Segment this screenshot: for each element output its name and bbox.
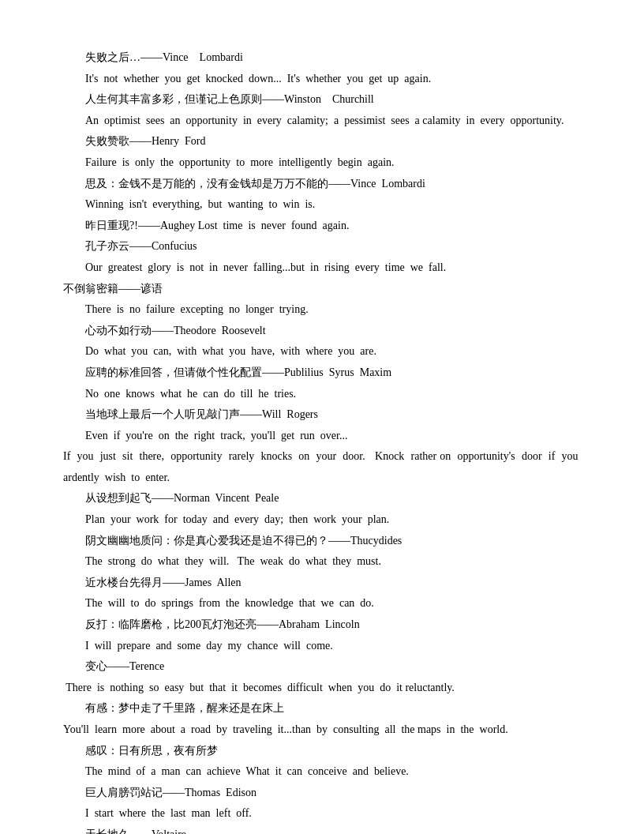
line-24: The strong do what they will. The weak d… [63,551,581,573]
line-35: 巨人肩膀罚站记——Thomas Edison [63,783,581,804]
line-31: 有感：梦中走了千里路，醒来还是在床上 [63,698,581,719]
line-21: 从设想到起飞——Norman Vincent Peale [63,488,581,509]
line-25: 近水楼台先得月——James Allen [63,573,581,594]
line-11: Our greatest glory is not in never falli… [63,257,581,279]
line-37: 天长地久——Voltaire [63,825,581,834]
line-30: There is nothing so easy but that it bec… [63,678,581,699]
line-34: The mind of a man can achieve What it ca… [63,761,581,783]
line-13: There is no failure excepting no longer … [63,299,581,321]
quotes-container: 失败之后…——Vince Lombardi It's not whether y… [63,47,581,834]
line-4: An optimist sees an opportunity in every… [63,111,581,132]
line-14: 心动不如行动——Theodore Roosevelt [63,321,581,342]
line-6: Failure is only the opportunity to more … [63,152,581,174]
line-29: 变心——Terence [63,656,581,678]
line-33: 感叹：日有所思，夜有所梦 [63,741,581,762]
line-10: 孔子亦云——Confucius [63,236,581,257]
line-23: 阴文幽幽地质问：你是真心爱我还是迫不得已的？——Thucydides [63,531,581,552]
line-18: 当地球上最后一个人听见敲门声——Will Rogers [63,404,581,426]
line-17: No one knows what he can do till he trie… [63,384,581,405]
line-28: I will prepare and some day my chance wi… [63,636,581,657]
line-15: Do what you can, with what you have, wit… [63,341,581,363]
line-27: 反打：临阵磨枪，比200瓦灯泡还亮——Abraham Lincoln [63,614,581,636]
line-12: 不倒翁密籍——谚语 [63,279,581,300]
line-36: I start where the last man left off. [63,803,581,825]
line-5: 失败赞歌——Henry Ford [63,131,581,152]
line-9: 昨日重现?!——Aughey Lost time is never found … [63,216,581,237]
line-32: You'll learn more about a road by travel… [63,719,581,741]
line-2: It's not whether you get knocked down...… [63,69,581,90]
line-16: 应聘的标准回答，但请做个性化配置——Publilius Syrus Maxim [63,363,581,384]
line-3: 人生何其丰富多彩，但谨记上色原则——Winston Churchill [63,89,581,111]
line-22: Plan your work for today and every day; … [63,509,581,531]
line-20: If you just sit there, opportunity rarel… [63,446,581,488]
line-8: Winning isn't everything, but wanting to… [63,194,581,216]
line-1: 失败之后…——Vince Lombardi [63,47,581,69]
line-19: Even if you're on the right track, you'l… [63,426,581,447]
main-content: 失败之后…——Vince Lombardi It's not whether y… [63,47,581,834]
line-26: The will to do springs from the knowledg… [63,593,581,614]
line-7: 思及：金钱不是万能的，没有金钱却是万万不能的——Vince Lombardi [63,174,581,195]
